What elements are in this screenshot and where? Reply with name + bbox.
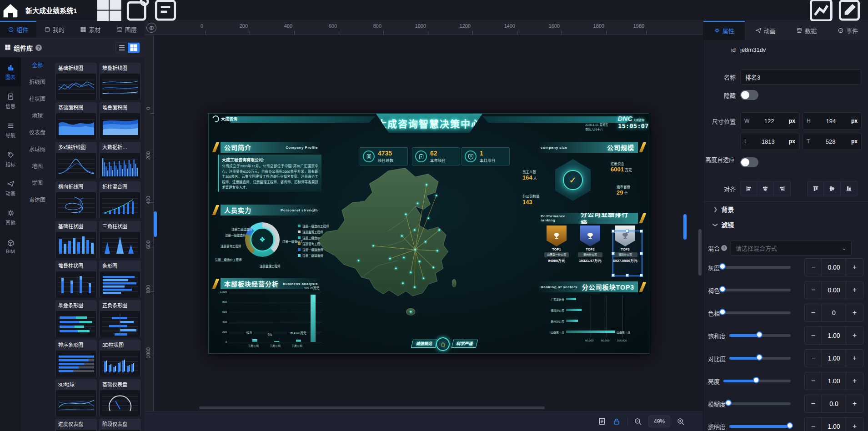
increase-button[interactable]: +: [846, 304, 863, 321]
rail-item-信息[interactable]: 信息: [0, 86, 21, 115]
slider-透明度[interactable]: [729, 425, 791, 428]
ranking-card-TOP2[interactable]: TOP2 贵州分公司 10321.47万元: [577, 226, 603, 263]
increase-button[interactable]: +: [846, 259, 863, 276]
left-tab-图层[interactable]: 图层: [109, 21, 145, 38]
ranking-card-TOP1[interactable]: TOP1 山西第一分公司 94000万元: [543, 226, 570, 263]
align-left-button[interactable]: [740, 181, 757, 196]
slider-模糊度[interactable]: [729, 402, 791, 405]
category-地图[interactable]: 地图: [21, 158, 54, 175]
right-tab-属性[interactable]: 属性: [703, 21, 745, 40]
left-tab-我的[interactable]: 我的: [36, 21, 73, 38]
zoom-out-icon[interactable]: [634, 417, 642, 426]
component-card-堆叠面积图[interactable]: 堆叠面积图: [99, 102, 141, 140]
decrease-button[interactable]: −: [805, 281, 822, 299]
slider-饱和度[interactable]: [729, 334, 791, 337]
width-field[interactable]: W122px: [740, 112, 799, 130]
component-card-条形图[interactable]: 条形图: [99, 261, 141, 298]
component-card-横向折线图[interactable]: 横向折线图: [55, 181, 97, 219]
category-水球图[interactable]: 水球图: [21, 141, 54, 158]
slider-灰度[interactable]: [723, 266, 791, 269]
horizontal-scrollbar[interactable]: [199, 406, 545, 409]
selection-handle[interactable]: [640, 252, 643, 255]
page-list-icon[interactable]: [598, 417, 606, 426]
component-card-基础折线图[interactable]: 基础折线图: [55, 63, 97, 100]
component-card-3D柱状图[interactable]: 3D柱状图: [99, 340, 141, 377]
increase-button[interactable]: +: [846, 418, 863, 431]
selection-handle[interactable]: [626, 274, 629, 277]
left-field[interactable]: L1813px: [740, 133, 799, 150]
slider-对比度[interactable]: [729, 357, 791, 360]
slider-色相[interactable]: [723, 311, 791, 314]
component-card-排序条形图[interactable]: 排序条形图: [55, 340, 97, 377]
height-field[interactable]: H194px: [803, 112, 862, 130]
category-折线图[interactable]: 折线图: [21, 74, 54, 91]
align-middle-button[interactable]: [824, 181, 841, 196]
rail-item-其他[interactable]: 其他: [0, 203, 21, 232]
component-card-基础柱状图[interactable]: 基础柱状图: [55, 221, 97, 258]
blend-select[interactable]: 请选择混合方式⌄: [731, 240, 852, 256]
component-card-堆叠条形图[interactable]: 堆叠条形图: [55, 300, 97, 337]
category-饼图[interactable]: 饼图: [21, 175, 54, 192]
home-button[interactable]: [0, 0, 21, 21]
left-edge-handle[interactable]: [154, 211, 157, 237]
increase-button[interactable]: +: [846, 395, 863, 412]
selection-handle[interactable]: [612, 252, 615, 255]
decrease-button[interactable]: −: [805, 259, 822, 276]
left-tab-组件[interactable]: 组件: [0, 21, 36, 38]
component-card-3D地球[interactable]: 3D地球: [55, 379, 97, 416]
category-全部[interactable]: 全部: [21, 57, 54, 74]
component-card-大数据折…[interactable]: 大数据折…: [99, 142, 141, 179]
decrease-button[interactable]: −: [805, 418, 822, 431]
name-input[interactable]: [740, 69, 861, 85]
toggle-panel-eye-button[interactable]: [146, 23, 156, 33]
grid-view-button[interactable]: [128, 43, 140, 53]
component-card-正负条形图[interactable]: 正负条形图: [99, 300, 141, 337]
filter-section-header[interactable]: ❯滤镜: [713, 220, 734, 229]
decrease-button[interactable]: −: [805, 350, 822, 367]
component-card-三角柱状图[interactable]: 三角柱状图: [99, 221, 141, 258]
canvas[interactable]: 大成咨询智慧决策中心 大成咨询 DNC大成咨询 2025-1-01 星期五农历九…: [145, 21, 703, 431]
hide-toggle[interactable]: [740, 90, 758, 100]
left-tab-素材[interactable]: 素材: [72, 21, 109, 38]
selection-handle[interactable]: [640, 230, 643, 233]
zoom-in-icon[interactable]: [677, 417, 685, 426]
category-仪表盘[interactable]: 仪表盘: [21, 125, 54, 141]
component-card-基础面积图[interactable]: 基础面积图: [55, 102, 97, 140]
right-tab-动画[interactable]: 动画: [745, 21, 786, 40]
align-right-button[interactable]: [774, 181, 791, 196]
unlock-icon[interactable]: [612, 417, 621, 426]
component-card-折柱混合图[interactable]: 折柱混合图: [99, 181, 141, 219]
slider-亮度[interactable]: [723, 380, 791, 382]
decrease-button[interactable]: −: [805, 395, 822, 412]
component-card-阶段仪表盘[interactable]: 阶段仪表盘: [99, 419, 141, 431]
increase-button[interactable]: +: [846, 327, 863, 344]
increase-button[interactable]: +: [846, 350, 863, 367]
right-tab-数据[interactable]: 数据: [786, 21, 828, 40]
decrease-button[interactable]: −: [805, 327, 822, 344]
zoom-level[interactable]: 49%: [648, 416, 670, 427]
category-雷达图[interactable]: 雷达图: [21, 192, 54, 209]
selection-handle[interactable]: [626, 230, 629, 233]
increase-button[interactable]: +: [846, 372, 863, 390]
component-card-堆叠折线图[interactable]: 堆叠折线图: [99, 63, 141, 100]
rail-item-动画[interactable]: 动画: [0, 174, 21, 203]
background-section-header[interactable]: ❯背景: [713, 205, 734, 214]
vertical-scrollbar[interactable]: [698, 229, 702, 276]
decrease-button[interactable]: −: [805, 304, 822, 321]
auto-height-toggle[interactable]: [740, 157, 758, 167]
category-柱状图[interactable]: 柱状图: [21, 91, 54, 108]
increase-button[interactable]: +: [846, 281, 863, 299]
selection-handle[interactable]: [612, 274, 615, 277]
rail-item-导航[interactable]: 导航: [0, 115, 21, 145]
list-view-button[interactable]: [116, 43, 128, 53]
align-center-button[interactable]: [757, 181, 774, 196]
help-icon[interactable]: ?: [35, 45, 42, 51]
top-field[interactable]: T528px: [803, 133, 862, 150]
component-card-多x轴折线图[interactable]: 多x轴折线图: [55, 142, 97, 179]
component-card-基础仪表盘[interactable]: 基础仪表盘: [99, 379, 141, 416]
slider-褐色[interactable]: [723, 289, 791, 291]
rail-item-指标[interactable]: 指标: [0, 145, 21, 174]
align-top-button[interactable]: [807, 181, 824, 196]
decrease-button[interactable]: −: [805, 372, 822, 390]
right-edge-handle[interactable]: [683, 214, 687, 240]
